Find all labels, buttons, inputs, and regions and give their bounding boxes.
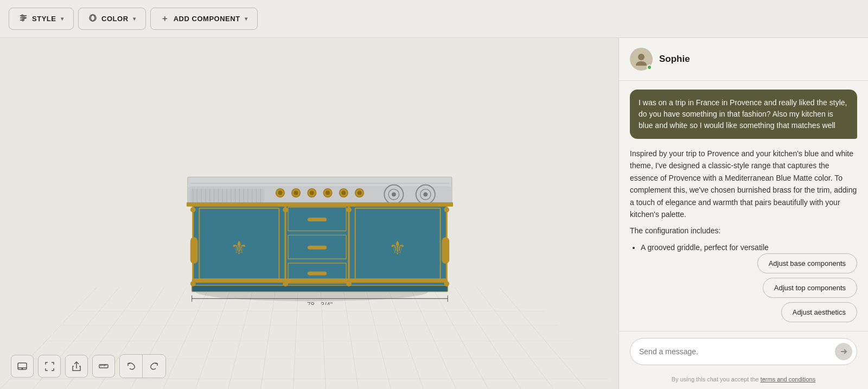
svg-point-3 <box>22 15 23 17</box>
fullscreen-button[interactable] <box>38 355 61 378</box>
assistant-text-2: The configuration includes: <box>630 225 857 237</box>
chat-input-row <box>630 338 857 365</box>
svg-point-71 <box>423 192 427 196</box>
svg-rect-72 <box>187 202 453 206</box>
undo-button[interactable] <box>120 355 143 378</box>
svg-point-4 <box>24 17 25 19</box>
action-buttons: Adjust base components Adjust top compon… <box>619 253 868 331</box>
add-component-label: ADD COMPONENT <box>174 15 240 23</box>
style-label: STYLE <box>32 15 56 23</box>
svg-rect-12 <box>190 237 198 264</box>
svg-rect-73 <box>192 278 448 283</box>
avatar-icon <box>634 52 649 67</box>
svg-point-79 <box>190 281 196 286</box>
svg-point-74 <box>283 207 288 212</box>
svg-point-65 <box>358 190 362 195</box>
color-button[interactable]: COLOR ▾ <box>78 8 146 30</box>
undo-redo-group <box>119 354 166 378</box>
main-content: ⚜ ⚜ <box>0 38 868 389</box>
adjust-top-button[interactable]: Adjust top components <box>763 278 857 298</box>
svg-rect-16 <box>308 218 327 221</box>
add-component-chevron: ▾ <box>245 16 248 22</box>
canvas-area: ⚜ ⚜ <box>0 38 618 389</box>
online-indicator <box>647 65 652 70</box>
svg-rect-20 <box>308 271 327 275</box>
color-label: COLOR <box>101 15 129 23</box>
plus-icon: ＋ <box>161 14 169 24</box>
share-button[interactable] <box>65 355 88 378</box>
style-chevron: ▾ <box>61 16 64 22</box>
svg-point-80 <box>444 207 449 212</box>
chat-messages: I was on a trip in France in Provence an… <box>619 81 868 253</box>
svg-point-5 <box>22 20 24 21</box>
redo-button[interactable] <box>143 355 165 378</box>
user-message: I was on a trip in France in Provence an… <box>630 90 857 139</box>
assistant-list-item: A grooved griddle, perfect for versatile <box>641 241 857 253</box>
svg-rect-25 <box>442 237 450 264</box>
view-mode-button[interactable] <box>11 355 34 378</box>
svg-point-63 <box>341 190 346 195</box>
svg-point-81 <box>444 281 449 286</box>
svg-point-55 <box>278 190 283 195</box>
color-icon <box>88 14 97 24</box>
svg-point-75 <box>283 281 288 286</box>
svg-point-59 <box>310 190 314 195</box>
svg-point-61 <box>326 190 330 195</box>
main-toolbar: STYLE ▾ COLOR ▾ ＋ ADD COMPONENT ▾ <box>0 0 868 38</box>
svg-text:⚜: ⚜ <box>389 237 406 258</box>
terms-text: By using this chat you accept the terms … <box>619 372 868 389</box>
svg-point-88 <box>22 368 23 369</box>
adjust-base-button[interactable]: Adjust base components <box>757 253 857 273</box>
chat-input[interactable] <box>639 347 831 356</box>
ruler-button[interactable] <box>92 355 115 378</box>
agent-name: Sophie <box>659 54 690 65</box>
adjust-aesthetics-button[interactable]: Adjust aesthetics <box>781 302 857 322</box>
svg-rect-26 <box>192 285 448 291</box>
svg-point-94 <box>638 54 644 60</box>
style-button[interactable]: STYLE ▾ <box>9 8 74 30</box>
avatar <box>630 48 653 71</box>
svg-rect-18 <box>308 245 327 249</box>
send-button[interactable] <box>835 343 852 360</box>
range-3d-view: ⚜ ⚜ <box>160 99 458 307</box>
svg-text:78 - 3/4": 78 - 3/4" <box>307 301 333 304</box>
svg-point-76 <box>346 207 352 212</box>
assistant-message: Inspired by your trip to Provence and yo… <box>630 148 857 253</box>
color-chevron: ▾ <box>133 16 136 22</box>
terms-link[interactable]: terms and conditions <box>761 376 816 382</box>
assistant-text-1: Inspired by your trip to Provence and yo… <box>630 148 857 220</box>
svg-point-78 <box>190 207 196 212</box>
svg-point-57 <box>294 190 298 195</box>
svg-text:⚜: ⚜ <box>231 237 247 258</box>
svg-point-77 <box>346 281 352 286</box>
add-component-button[interactable]: ＋ ADD COMPONENT ▾ <box>150 8 258 30</box>
style-icon <box>19 14 28 24</box>
chat-panel: Sophie I was on a trip in France in Prov… <box>618 38 868 389</box>
chat-input-area <box>619 331 868 372</box>
bottom-toolbar <box>11 354 166 378</box>
range-illustration: ⚜ ⚜ <box>160 99 458 305</box>
chat-header: Sophie <box>619 38 868 81</box>
svg-point-68 <box>392 192 396 196</box>
